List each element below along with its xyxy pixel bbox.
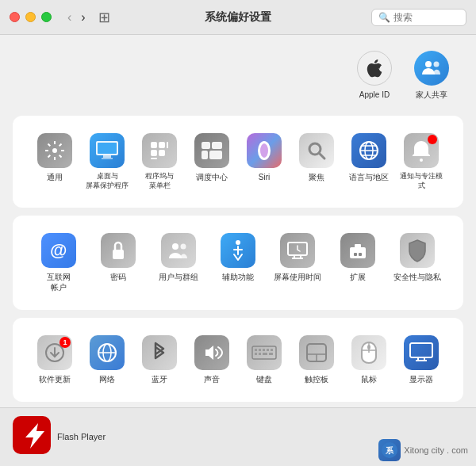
section-1: 通用 桌面与屏幕保护程序 — [13, 116, 463, 208]
network-label: 网络 — [99, 374, 115, 384]
pref-network[interactable]: 网络 — [81, 330, 133, 389]
svg-rect-15 — [202, 151, 208, 159]
pref-mouse[interactable]: 鼠标 — [343, 330, 395, 389]
language-label: 语言与地区 — [349, 172, 389, 182]
section-3: 1 软件更新 网络 — [13, 318, 463, 402]
section-3-grid: 1 软件更新 网络 — [29, 330, 447, 389]
flash-label: Flash Player — [57, 431, 106, 442]
language-icon — [351, 133, 386, 168]
minimize-button[interactable] — [25, 12, 36, 22]
svg-rect-38 — [359, 253, 362, 256]
svg-rect-46 — [259, 349, 261, 351]
pref-password[interactable]: 密码 — [88, 228, 148, 297]
pref-bluetooth[interactable]: 蓝牙 — [133, 330, 186, 389]
users-icon — [161, 233, 196, 268]
family-sharing-icon — [414, 51, 449, 86]
svg-rect-13 — [202, 142, 210, 149]
svg-rect-8 — [159, 142, 165, 148]
svg-point-1 — [434, 62, 440, 67]
pref-desktop[interactable]: 桌面与屏幕保护程序 — [81, 128, 133, 195]
svg-rect-36 — [355, 244, 361, 249]
pref-sound[interactable]: 声音 — [186, 330, 238, 389]
svg-rect-52 — [263, 353, 267, 355]
section-2: @ 互联网帐户 密码 — [13, 216, 463, 310]
notification-badge — [428, 135, 437, 144]
svg-rect-47 — [263, 349, 265, 351]
svg-rect-5 — [103, 155, 111, 158]
pref-internet[interactable]: @ 互联网帐户 — [29, 228, 88, 297]
svg-point-2 — [52, 148, 57, 153]
mouse-icon — [351, 335, 386, 370]
pref-display[interactable]: 显示器 — [395, 330, 447, 389]
security-icon — [400, 233, 435, 268]
apple-id-icon — [357, 51, 392, 86]
top-row: Apple ID 家人共享 — [13, 46, 463, 105]
svg-rect-49 — [271, 349, 273, 351]
pref-software[interactable]: 1 软件更新 — [29, 330, 81, 389]
pref-notification[interactable]: 通知与专注模式 — [395, 128, 447, 195]
pref-spotlight[interactable]: 聚焦 — [290, 128, 343, 195]
pref-keyboard[interactable]: 键盘 — [238, 330, 290, 389]
watermark-logo: 系 — [378, 439, 401, 461]
titlebar: ‹ › ⊞ 系统偏好设置 🔍 — [0, 0, 476, 35]
siri-label: Siri — [259, 172, 270, 182]
svg-rect-48 — [267, 349, 269, 351]
apple-id-item[interactable]: Apple ID — [351, 46, 398, 105]
spotlight-label: 聚焦 — [309, 172, 324, 182]
security-label: 安全性与隐私 — [393, 272, 441, 282]
forward-button[interactable]: › — [78, 9, 88, 26]
trackpad-label: 触控板 — [305, 374, 328, 384]
flash-icon — [13, 416, 51, 454]
watermark-text: Xitong city . com — [404, 445, 468, 455]
apple-id-label: Apple ID — [359, 90, 390, 100]
bottom-bar: Flash Player 系 Xitong city . com — [0, 407, 476, 466]
window-title: 系统偏好设置 — [205, 10, 271, 25]
svg-rect-27 — [113, 250, 124, 259]
pref-access[interactable]: 辅助功能 — [208, 228, 267, 297]
pref-trackpad[interactable]: 触控板 — [290, 330, 343, 389]
spotlight-icon — [299, 133, 334, 168]
back-button[interactable]: ‹ — [64, 9, 75, 26]
pref-siri[interactable]: Siri — [238, 128, 290, 195]
pref-launchpad[interactable]: 程序坞与菜单栏 — [133, 128, 186, 195]
password-icon — [101, 233, 136, 268]
software-icon: 1 — [37, 335, 72, 370]
svg-rect-50 — [255, 353, 257, 355]
svg-point-30 — [236, 240, 240, 245]
svg-text:系: 系 — [386, 446, 394, 455]
search-box[interactable]: 🔍 — [371, 9, 466, 26]
internet-label: 互联网帐户 — [47, 272, 71, 292]
search-input[interactable] — [393, 12, 465, 23]
pref-screentime[interactable]: 屏幕使用时间 — [268, 228, 328, 297]
close-button[interactable] — [10, 12, 20, 22]
pref-extensions[interactable]: 扩展 — [328, 228, 387, 297]
network-icon — [90, 335, 125, 370]
svg-rect-35 — [350, 247, 366, 258]
svg-rect-11 — [159, 150, 165, 156]
nav-arrows: ‹ › — [64, 9, 89, 26]
family-sharing-label: 家人共享 — [416, 90, 447, 100]
family-sharing-item[interactable]: 家人共享 — [408, 46, 455, 105]
pref-missionctrl[interactable]: 调度中心 — [186, 128, 238, 195]
launchpad-icon — [142, 133, 177, 168]
svg-point-29 — [180, 244, 186, 250]
svg-rect-12 — [151, 158, 157, 159]
main-content: Apple ID 家人共享 — [0, 35, 476, 466]
svg-rect-4 — [98, 143, 117, 154]
pref-users[interactable]: 用户与群组 — [148, 228, 208, 297]
access-icon — [221, 233, 255, 268]
display-label: 显示器 — [409, 374, 433, 384]
pref-language[interactable]: 语言与地区 — [343, 128, 395, 195]
svg-rect-45 — [255, 349, 257, 351]
section-1-grid: 通用 桌面与屏幕保护程序 — [29, 128, 447, 195]
desktop-icon — [90, 133, 125, 168]
users-label: 用户与群组 — [159, 272, 198, 282]
maximize-button[interactable] — [41, 12, 52, 22]
desktop-label: 桌面与屏幕保护程序 — [86, 172, 129, 190]
sound-label: 声音 — [204, 374, 220, 384]
missionctrl-label: 调度中心 — [196, 172, 228, 182]
pref-general[interactable]: 通用 — [29, 128, 81, 195]
pref-flash[interactable]: Flash Player — [10, 411, 109, 463]
watermark: 系 Xitong city . com — [378, 439, 468, 461]
pref-security[interactable]: 安全性与隐私 — [388, 228, 447, 297]
